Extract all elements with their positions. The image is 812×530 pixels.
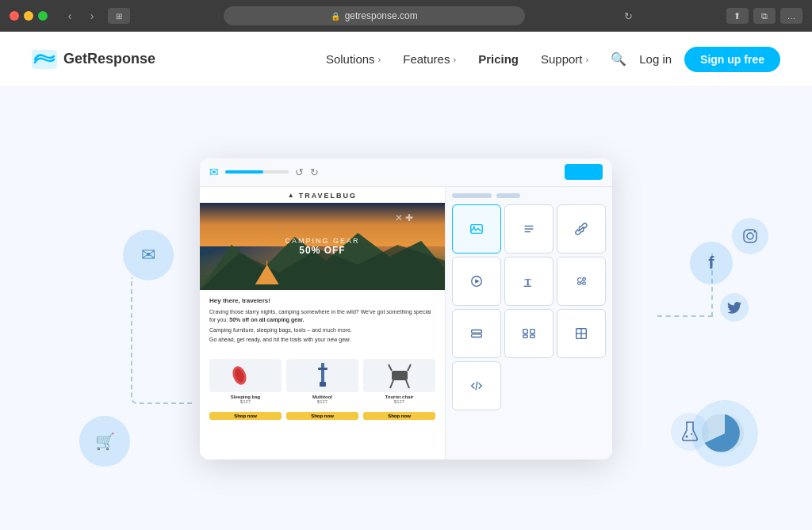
facebook-icon: f	[708, 253, 714, 273]
share-button[interactable]: ⬆	[726, 8, 749, 24]
beaker-float-circle	[671, 413, 709, 451]
mockup-topbar: ✉ ↺ ↻	[200, 158, 612, 187]
back-button[interactable]: ‹	[60, 8, 79, 24]
table-icon	[574, 326, 588, 341]
signup-button[interactable]: Sign up free	[684, 47, 780, 72]
svg-rect-10	[392, 371, 408, 380]
svg-point-45	[691, 433, 692, 435]
code-tool[interactable]	[452, 361, 501, 410]
video-tool[interactable]	[452, 257, 501, 306]
maximize-light[interactable]	[38, 11, 48, 21]
email-hero-image: ✕ ✚ CAMPING GEAR 50% OFF	[200, 203, 445, 290]
typography-icon: T	[522, 274, 536, 288]
text-lines-tool[interactable]	[504, 204, 553, 254]
product-multitool: Multitool $127 Shop now	[286, 359, 358, 421]
lock-icon: 🔒	[331, 12, 340, 21]
undo-button[interactable]: ↺	[295, 166, 304, 178]
video-icon	[469, 274, 484, 288]
code-icon	[469, 379, 484, 393]
beaker-icon	[680, 421, 699, 443]
address-bar[interactable]: 🔒 getresponse.com	[224, 6, 525, 25]
editor-header	[452, 193, 606, 198]
forward-button[interactable]: ›	[82, 8, 102, 24]
cart-float-circle: 🛒	[79, 416, 130, 467]
cart-icon: 🛒	[95, 432, 115, 451]
table-tool[interactable]	[557, 309, 606, 358]
text-lines-icon	[522, 222, 536, 236]
facebook-float-circle: f	[690, 242, 733, 284]
cross-icon: ✕ ✚	[395, 212, 413, 223]
block-icon	[469, 326, 484, 341]
chevron-icon: ›	[453, 55, 456, 64]
tourist-chair-icon	[385, 361, 414, 390]
svg-point-41	[754, 231, 756, 233]
main-page: GetResponse Solutions › Features › Prici…	[0, 32, 812, 530]
nav-support[interactable]: Support ›	[541, 52, 588, 66]
svg-rect-8	[318, 368, 327, 370]
tabs-button[interactable]: ⧉	[753, 8, 776, 24]
mountain-icon: ▲	[288, 192, 296, 199]
svg-line-14	[408, 364, 411, 371]
product-tourist-chair: Tourist chair $127 Shop now	[363, 359, 435, 421]
link-tool[interactable]	[557, 204, 606, 254]
nav-links: Solutions › Features › Pricing Support ›	[326, 52, 588, 66]
multitool-icon	[312, 361, 334, 390]
email-products: Sleeping bag $127 Shop now	[200, 353, 445, 427]
block-tool[interactable]	[452, 309, 501, 358]
svg-point-26	[583, 281, 586, 284]
login-button[interactable]: Log in	[639, 52, 672, 66]
editor-panel: T	[446, 187, 612, 459]
nav-features[interactable]: Features ›	[403, 52, 456, 66]
search-button[interactable]: 🔍	[611, 51, 626, 67]
shop-tourist-chair-button[interactable]: Shop now	[363, 412, 435, 420]
nav-pricing[interactable]: Pricing	[478, 52, 519, 66]
social-tool[interactable]	[557, 257, 606, 306]
mockup-body: ▲ TRAVELBUG	[200, 187, 612, 459]
close-light[interactable]	[10, 11, 19, 21]
svg-point-44	[686, 436, 688, 438]
social-icon	[574, 274, 588, 288]
svg-line-28	[580, 280, 583, 283]
reload-button[interactable]: ↻	[624, 10, 633, 22]
shop-multitool-button[interactable]: Shop now	[286, 412, 358, 420]
instagram-float-circle	[732, 218, 768, 254]
link-icon	[574, 222, 588, 236]
header-bar-1	[452, 193, 492, 198]
svg-text:T: T	[525, 276, 532, 287]
svg-rect-33	[523, 334, 527, 337]
progress-fill	[225, 170, 263, 173]
redo-button[interactable]: ↻	[310, 166, 319, 178]
nav-solutions[interactable]: Solutions ›	[326, 52, 381, 66]
hero-text-overlay: CAMPING GEAR 50% OFF	[285, 237, 359, 256]
chevron-icon: ›	[586, 55, 589, 64]
svg-marker-21	[475, 279, 479, 283]
tab-view-button[interactable]: ⊞	[108, 8, 130, 24]
browser-actions: ⬆ ⧉ …	[726, 8, 802, 24]
more-button[interactable]: …	[780, 8, 802, 24]
layout-tool[interactable]	[504, 309, 553, 358]
email-brand: ▲ TRAVELBUG	[200, 187, 445, 203]
sleeping-bag-icon	[232, 364, 260, 387]
traffic-lights	[10, 11, 48, 21]
chevron-icon: ›	[378, 55, 381, 64]
image-tool[interactable]	[452, 204, 501, 254]
twitter-icon	[727, 302, 741, 314]
email-float-circle: ✉	[123, 230, 174, 280]
svg-rect-7	[321, 363, 324, 385]
svg-point-24	[578, 281, 581, 284]
header-bar-2	[496, 193, 520, 198]
instagram-icon	[741, 227, 759, 245]
image-tool-icon	[469, 222, 484, 236]
svg-rect-32	[530, 329, 534, 333]
layout-icon	[522, 326, 536, 341]
topbar-action-button[interactable]	[565, 164, 603, 180]
editor-tools-grid: T	[452, 204, 606, 410]
url-text: getresponse.com	[345, 10, 418, 21]
svg-line-12	[406, 380, 409, 388]
typography-tool[interactable]: T	[504, 257, 553, 306]
dashed-line-left	[131, 277, 194, 404]
shop-sleeping-bag-button[interactable]: Shop now	[209, 412, 282, 420]
nav-actions: 🔍 Log in Sign up free	[611, 47, 780, 72]
minimize-light[interactable]	[24, 11, 33, 21]
logo[interactable]: GetResponse	[32, 50, 155, 69]
